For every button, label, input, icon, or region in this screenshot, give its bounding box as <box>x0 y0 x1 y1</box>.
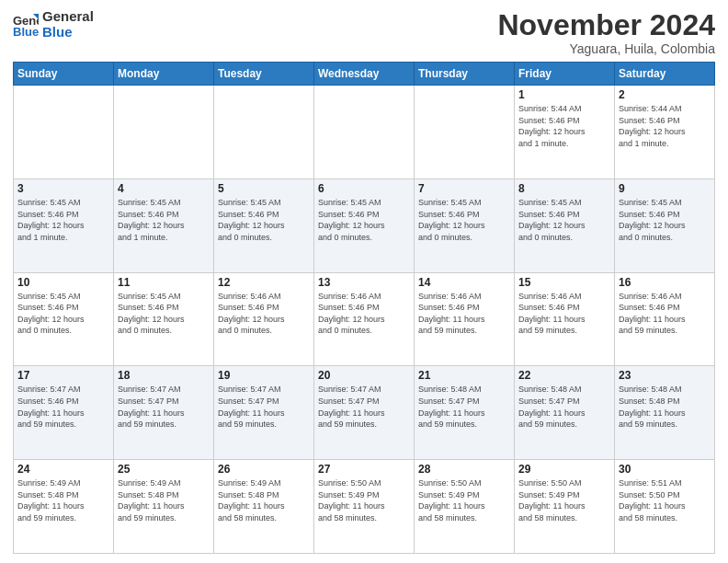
day-info: Sunrise: 5:45 AM Sunset: 5:46 PM Dayligh… <box>318 197 410 243</box>
calendar-cell: 28Sunrise: 5:50 AM Sunset: 5:49 PM Dayli… <box>415 460 515 554</box>
day-info: Sunrise: 5:44 AM Sunset: 5:46 PM Dayligh… <box>619 103 711 149</box>
day-info: Sunrise: 5:44 AM Sunset: 5:46 PM Dayligh… <box>518 103 610 149</box>
calendar-table: Sunday Monday Tuesday Wednesday Thursday… <box>13 62 715 554</box>
day-number: 22 <box>518 369 610 382</box>
week-row-3: 10Sunrise: 5:45 AM Sunset: 5:46 PM Dayli… <box>14 272 715 366</box>
logo: General Blue General Blue <box>13 9 94 40</box>
calendar-cell: 10Sunrise: 5:45 AM Sunset: 5:46 PM Dayli… <box>14 272 114 366</box>
day-number: 17 <box>17 369 109 382</box>
day-info: Sunrise: 5:48 AM Sunset: 5:47 PM Dayligh… <box>418 384 510 430</box>
calendar-cell: 11Sunrise: 5:45 AM Sunset: 5:46 PM Dayli… <box>114 272 214 366</box>
day-number: 11 <box>118 276 210 289</box>
calendar-cell: 17Sunrise: 5:47 AM Sunset: 5:46 PM Dayli… <box>14 366 114 460</box>
day-number: 6 <box>318 182 410 195</box>
day-number: 13 <box>318 276 410 289</box>
col-tuesday: Tuesday <box>214 63 314 86</box>
calendar-cell <box>14 86 114 179</box>
calendar-cell <box>314 86 415 179</box>
day-info: Sunrise: 5:45 AM Sunset: 5:46 PM Dayligh… <box>418 197 510 243</box>
calendar-cell: 14Sunrise: 5:46 AM Sunset: 5:46 PM Dayli… <box>415 272 515 366</box>
day-number: 25 <box>118 463 210 476</box>
day-number: 24 <box>17 463 109 476</box>
calendar-cell <box>415 86 515 179</box>
week-row-1: 1Sunrise: 5:44 AM Sunset: 5:46 PM Daylig… <box>14 86 715 179</box>
day-info: Sunrise: 5:50 AM Sunset: 5:49 PM Dayligh… <box>518 477 610 523</box>
week-row-5: 24Sunrise: 5:49 AM Sunset: 5:48 PM Dayli… <box>14 460 715 554</box>
calendar-cell: 7Sunrise: 5:45 AM Sunset: 5:46 PM Daylig… <box>415 178 515 272</box>
calendar-cell <box>114 86 214 179</box>
day-info: Sunrise: 5:48 AM Sunset: 5:48 PM Dayligh… <box>619 384 711 430</box>
day-number: 18 <box>118 369 210 382</box>
calendar-header-row: Sunday Monday Tuesday Wednesday Thursday… <box>14 63 715 86</box>
calendar-cell: 30Sunrise: 5:51 AM Sunset: 5:50 PM Dayli… <box>615 460 715 554</box>
day-info: Sunrise: 5:49 AM Sunset: 5:48 PM Dayligh… <box>118 477 210 523</box>
location: Yaguara, Huila, Colombia <box>497 41 715 56</box>
calendar-cell: 19Sunrise: 5:47 AM Sunset: 5:47 PM Dayli… <box>214 366 314 460</box>
day-number: 7 <box>418 182 510 195</box>
day-number: 5 <box>218 182 310 195</box>
day-number: 19 <box>218 369 310 382</box>
day-info: Sunrise: 5:47 AM Sunset: 5:47 PM Dayligh… <box>218 384 310 430</box>
day-info: Sunrise: 5:46 AM Sunset: 5:46 PM Dayligh… <box>318 291 410 337</box>
day-number: 30 <box>619 463 711 476</box>
week-row-4: 17Sunrise: 5:47 AM Sunset: 5:46 PM Dayli… <box>14 366 715 460</box>
logo-line2: Blue <box>42 25 94 40</box>
calendar-cell: 21Sunrise: 5:48 AM Sunset: 5:47 PM Dayli… <box>415 366 515 460</box>
calendar-cell: 20Sunrise: 5:47 AM Sunset: 5:47 PM Dayli… <box>314 366 415 460</box>
logo-line1: General <box>42 9 94 25</box>
calendar-cell: 24Sunrise: 5:49 AM Sunset: 5:48 PM Dayli… <box>14 460 114 554</box>
day-info: Sunrise: 5:46 AM Sunset: 5:46 PM Dayligh… <box>218 291 310 337</box>
calendar-cell: 29Sunrise: 5:50 AM Sunset: 5:49 PM Dayli… <box>515 460 615 554</box>
col-friday: Friday <box>515 63 615 86</box>
day-number: 10 <box>17 276 109 289</box>
day-number: 20 <box>318 369 410 382</box>
calendar-cell: 2Sunrise: 5:44 AM Sunset: 5:46 PM Daylig… <box>615 86 715 179</box>
day-info: Sunrise: 5:50 AM Sunset: 5:49 PM Dayligh… <box>418 477 510 523</box>
calendar-cell: 9Sunrise: 5:45 AM Sunset: 5:46 PM Daylig… <box>615 178 715 272</box>
day-info: Sunrise: 5:45 AM Sunset: 5:46 PM Dayligh… <box>118 291 210 337</box>
calendar-cell: 26Sunrise: 5:49 AM Sunset: 5:48 PM Dayli… <box>214 460 314 554</box>
day-number: 1 <box>518 88 610 101</box>
calendar-cell: 8Sunrise: 5:45 AM Sunset: 5:46 PM Daylig… <box>515 178 615 272</box>
day-number: 28 <box>418 463 510 476</box>
calendar-cell: 6Sunrise: 5:45 AM Sunset: 5:46 PM Daylig… <box>314 178 415 272</box>
calendar-cell: 22Sunrise: 5:48 AM Sunset: 5:47 PM Dayli… <box>515 366 615 460</box>
day-number: 27 <box>318 463 410 476</box>
day-number: 8 <box>518 182 610 195</box>
day-number: 12 <box>218 276 310 289</box>
day-number: 29 <box>518 463 610 476</box>
month-year: November 2024 <box>497 9 715 41</box>
day-info: Sunrise: 5:45 AM Sunset: 5:46 PM Dayligh… <box>17 291 109 337</box>
calendar-cell: 4Sunrise: 5:45 AM Sunset: 5:46 PM Daylig… <box>114 178 214 272</box>
calendar-cell: 18Sunrise: 5:47 AM Sunset: 5:47 PM Dayli… <box>114 366 214 460</box>
header: General Blue General Blue November 2024 … <box>13 9 715 56</box>
day-info: Sunrise: 5:47 AM Sunset: 5:47 PM Dayligh… <box>118 384 210 430</box>
title-block: November 2024 Yaguara, Huila, Colombia <box>497 9 715 56</box>
svg-text:Blue: Blue <box>13 25 39 38</box>
page: General Blue General Blue November 2024 … <box>0 0 728 563</box>
day-number: 4 <box>118 182 210 195</box>
day-info: Sunrise: 5:47 AM Sunset: 5:47 PM Dayligh… <box>318 384 410 430</box>
logo-icon: General Blue <box>13 12 39 38</box>
day-info: Sunrise: 5:46 AM Sunset: 5:46 PM Dayligh… <box>418 291 510 337</box>
day-info: Sunrise: 5:49 AM Sunset: 5:48 PM Dayligh… <box>218 477 310 523</box>
day-info: Sunrise: 5:45 AM Sunset: 5:46 PM Dayligh… <box>518 197 610 243</box>
calendar-cell: 5Sunrise: 5:45 AM Sunset: 5:46 PM Daylig… <box>214 178 314 272</box>
day-info: Sunrise: 5:45 AM Sunset: 5:46 PM Dayligh… <box>218 197 310 243</box>
day-number: 2 <box>619 88 711 101</box>
day-number: 16 <box>619 276 711 289</box>
calendar-cell: 1Sunrise: 5:44 AM Sunset: 5:46 PM Daylig… <box>515 86 615 179</box>
day-number: 26 <box>218 463 310 476</box>
col-thursday: Thursday <box>415 63 515 86</box>
calendar-cell: 27Sunrise: 5:50 AM Sunset: 5:49 PM Dayli… <box>314 460 415 554</box>
calendar-cell: 23Sunrise: 5:48 AM Sunset: 5:48 PM Dayli… <box>615 366 715 460</box>
day-info: Sunrise: 5:48 AM Sunset: 5:47 PM Dayligh… <box>518 384 610 430</box>
calendar-cell: 16Sunrise: 5:46 AM Sunset: 5:46 PM Dayli… <box>615 272 715 366</box>
day-info: Sunrise: 5:45 AM Sunset: 5:46 PM Dayligh… <box>619 197 711 243</box>
col-monday: Monday <box>114 63 214 86</box>
day-info: Sunrise: 5:46 AM Sunset: 5:46 PM Dayligh… <box>619 291 711 337</box>
day-info: Sunrise: 5:45 AM Sunset: 5:46 PM Dayligh… <box>118 197 210 243</box>
day-info: Sunrise: 5:46 AM Sunset: 5:46 PM Dayligh… <box>518 291 610 337</box>
day-number: 15 <box>518 276 610 289</box>
day-info: Sunrise: 5:47 AM Sunset: 5:46 PM Dayligh… <box>17 384 109 430</box>
